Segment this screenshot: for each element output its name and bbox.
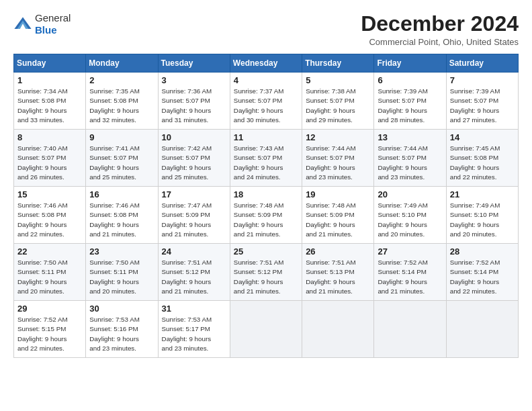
day-number: 17 [162, 189, 226, 199]
calendar-cell: 2Sunrise: 7:35 AM Sunset: 5:08 PM Daylig… [86, 73, 158, 130]
day-info: Sunrise: 7:53 AM Sunset: 5:16 PM Dayligh… [89, 315, 154, 353]
logo-icon [13, 15, 32, 34]
day-info: Sunrise: 7:40 AM Sunset: 5:07 PM Dayligh… [17, 144, 82, 182]
day-info: Sunrise: 7:50 AM Sunset: 5:11 PM Dayligh… [89, 258, 154, 296]
day-info: Sunrise: 7:39 AM Sunset: 5:07 PM Dayligh… [378, 87, 442, 125]
calendar-cell: 18Sunrise: 7:48 AM Sunset: 5:09 PM Dayli… [230, 187, 302, 244]
day-info: Sunrise: 7:34 AM Sunset: 5:08 PM Dayligh… [17, 87, 82, 125]
col-header-thursday: Thursday [302, 54, 374, 73]
logo-general: General [35, 12, 71, 24]
col-header-wednesday: Wednesday [230, 54, 302, 73]
calendar-cell: 21Sunrise: 7:49 AM Sunset: 5:10 PM Dayli… [446, 187, 518, 244]
day-info: Sunrise: 7:52 AM Sunset: 5:15 PM Dayligh… [17, 315, 82, 353]
day-number: 16 [89, 189, 154, 199]
day-info: Sunrise: 7:52 AM Sunset: 5:14 PM Dayligh… [378, 258, 442, 296]
calendar-cell [230, 301, 302, 358]
day-number: 26 [306, 246, 370, 257]
day-info: Sunrise: 7:45 AM Sunset: 5:08 PM Dayligh… [450, 144, 515, 182]
header: General Blue December 2024 Commercial Po… [13, 12, 519, 47]
day-number: 9 [89, 132, 154, 142]
day-number: 22 [17, 246, 82, 257]
logo: General Blue [13, 12, 71, 36]
day-number: 5 [306, 75, 370, 85]
day-info: Sunrise: 7:44 AM Sunset: 5:07 PM Dayligh… [378, 144, 442, 182]
calendar-cell: 11Sunrise: 7:43 AM Sunset: 5:07 PM Dayli… [230, 130, 302, 187]
calendar-cell: 29Sunrise: 7:52 AM Sunset: 5:15 PM Dayli… [14, 301, 86, 358]
calendar-cell [374, 301, 446, 358]
day-number: 11 [234, 132, 298, 142]
day-info: Sunrise: 7:49 AM Sunset: 5:10 PM Dayligh… [450, 201, 515, 239]
calendar-table: SundayMondayTuesdayWednesdayThursdayFrid… [13, 54, 519, 358]
calendar-cell [302, 301, 374, 358]
day-info: Sunrise: 7:48 AM Sunset: 5:09 PM Dayligh… [306, 201, 370, 239]
day-number: 19 [306, 189, 370, 199]
day-info: Sunrise: 7:51 AM Sunset: 5:12 PM Dayligh… [162, 258, 226, 296]
calendar-cell: 10Sunrise: 7:42 AM Sunset: 5:07 PM Dayli… [158, 130, 230, 187]
calendar-cell: 13Sunrise: 7:44 AM Sunset: 5:07 PM Dayli… [374, 130, 446, 187]
day-info: Sunrise: 7:49 AM Sunset: 5:10 PM Dayligh… [378, 201, 442, 239]
calendar-cell: 1Sunrise: 7:34 AM Sunset: 5:08 PM Daylig… [14, 73, 86, 130]
day-info: Sunrise: 7:39 AM Sunset: 5:07 PM Dayligh… [450, 87, 515, 125]
day-number: 20 [378, 189, 442, 199]
calendar-cell: 9Sunrise: 7:41 AM Sunset: 5:07 PM Daylig… [86, 130, 158, 187]
day-info: Sunrise: 7:44 AM Sunset: 5:07 PM Dayligh… [306, 144, 370, 182]
day-number: 7 [450, 75, 515, 85]
location: Commercial Point, Ohio, United States [361, 37, 519, 47]
day-info: Sunrise: 7:46 AM Sunset: 5:08 PM Dayligh… [17, 201, 82, 239]
logo-blue: Blue [35, 24, 57, 36]
calendar-week-5: 29Sunrise: 7:52 AM Sunset: 5:15 PM Dayli… [14, 301, 519, 358]
day-info: Sunrise: 7:36 AM Sunset: 5:07 PM Dayligh… [162, 87, 226, 125]
day-info: Sunrise: 7:35 AM Sunset: 5:08 PM Dayligh… [89, 87, 154, 125]
day-number: 18 [234, 189, 298, 199]
day-info: Sunrise: 7:42 AM Sunset: 5:07 PM Dayligh… [162, 144, 226, 182]
day-info: Sunrise: 7:51 AM Sunset: 5:12 PM Dayligh… [234, 258, 298, 296]
calendar-cell: 27Sunrise: 7:52 AM Sunset: 5:14 PM Dayli… [374, 244, 446, 301]
calendar-cell: 31Sunrise: 7:53 AM Sunset: 5:17 PM Dayli… [158, 301, 230, 358]
day-number: 29 [17, 304, 82, 314]
calendar-cell: 30Sunrise: 7:53 AM Sunset: 5:16 PM Dayli… [86, 301, 158, 358]
col-header-friday: Friday [374, 54, 446, 73]
page: General Blue December 2024 Commercial Po… [0, 0, 532, 365]
calendar-cell: 8Sunrise: 7:40 AM Sunset: 5:07 PM Daylig… [14, 130, 86, 187]
day-number: 12 [306, 132, 370, 142]
day-info: Sunrise: 7:38 AM Sunset: 5:07 PM Dayligh… [306, 87, 370, 125]
day-number: 4 [234, 75, 298, 85]
day-info: Sunrise: 7:51 AM Sunset: 5:13 PM Dayligh… [306, 258, 370, 296]
day-info: Sunrise: 7:41 AM Sunset: 5:07 PM Dayligh… [89, 144, 154, 182]
col-header-sunday: Sunday [14, 54, 86, 73]
calendar-cell: 16Sunrise: 7:46 AM Sunset: 5:08 PM Dayli… [86, 187, 158, 244]
calendar-cell: 5Sunrise: 7:38 AM Sunset: 5:07 PM Daylig… [302, 73, 374, 130]
calendar-cell: 4Sunrise: 7:37 AM Sunset: 5:07 PM Daylig… [230, 73, 302, 130]
calendar-cell: 22Sunrise: 7:50 AM Sunset: 5:11 PM Dayli… [14, 244, 86, 301]
col-header-tuesday: Tuesday [158, 54, 230, 73]
day-info: Sunrise: 7:53 AM Sunset: 5:17 PM Dayligh… [162, 315, 226, 353]
day-number: 24 [162, 246, 226, 257]
day-number: 3 [162, 75, 226, 85]
header-row: SundayMondayTuesdayWednesdayThursdayFrid… [14, 54, 519, 73]
calendar-cell: 20Sunrise: 7:49 AM Sunset: 5:10 PM Dayli… [374, 187, 446, 244]
calendar-cell: 24Sunrise: 7:51 AM Sunset: 5:12 PM Dayli… [158, 244, 230, 301]
title-block: December 2024 Commercial Point, Ohio, Un… [361, 12, 519, 47]
day-number: 14 [450, 132, 515, 142]
col-header-monday: Monday [86, 54, 158, 73]
day-number: 10 [162, 132, 226, 142]
day-number: 31 [162, 304, 226, 314]
day-info: Sunrise: 7:37 AM Sunset: 5:07 PM Dayligh… [234, 87, 298, 125]
calendar-cell: 26Sunrise: 7:51 AM Sunset: 5:13 PM Dayli… [302, 244, 374, 301]
day-info: Sunrise: 7:46 AM Sunset: 5:08 PM Dayligh… [89, 201, 154, 239]
day-number: 15 [17, 189, 82, 199]
day-number: 27 [378, 246, 442, 257]
calendar-week-2: 8Sunrise: 7:40 AM Sunset: 5:07 PM Daylig… [14, 130, 519, 187]
calendar-cell: 12Sunrise: 7:44 AM Sunset: 5:07 PM Dayli… [302, 130, 374, 187]
day-number: 1 [17, 75, 82, 85]
day-number: 6 [378, 75, 442, 85]
calendar-week-1: 1Sunrise: 7:34 AM Sunset: 5:08 PM Daylig… [14, 73, 519, 130]
calendar-cell: 23Sunrise: 7:50 AM Sunset: 5:11 PM Dayli… [86, 244, 158, 301]
day-number: 25 [234, 246, 298, 257]
calendar-cell: 17Sunrise: 7:47 AM Sunset: 5:09 PM Dayli… [158, 187, 230, 244]
calendar-cell: 6Sunrise: 7:39 AM Sunset: 5:07 PM Daylig… [374, 73, 446, 130]
calendar-header: SundayMondayTuesdayWednesdayThursdayFrid… [14, 54, 519, 73]
calendar-cell [446, 301, 518, 358]
day-number: 2 [89, 75, 154, 85]
calendar-cell: 28Sunrise: 7:52 AM Sunset: 5:14 PM Dayli… [446, 244, 518, 301]
